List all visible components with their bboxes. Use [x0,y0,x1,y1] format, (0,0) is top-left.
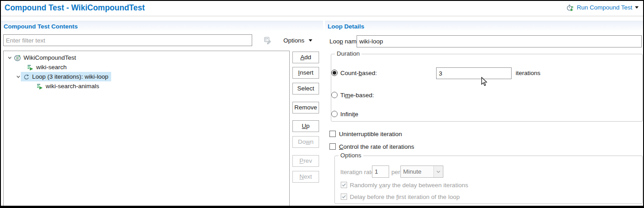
control-rate-checkbox[interactable] [329,143,336,150]
options-menu-label: Options [283,37,305,44]
randomly-vary-checkbox[interactable] [341,182,347,188]
compound-test-icon [14,54,21,61]
prev-button[interactable]: Prev [292,155,319,167]
chevron-down-icon[interactable] [15,74,21,79]
right-section-header: Loop Details [325,21,644,32]
infinite-radio[interactable] [331,111,338,117]
left-section-title: Compound Test Contents [1,21,323,30]
infinite-label[interactable]: Infinite [340,111,358,118]
test-icon [36,83,43,90]
delay-first-label: Delay before the first iteration of the … [350,194,460,200]
iteration-rate-input[interactable] [372,165,389,178]
options-menu-button[interactable]: Options [283,37,312,44]
remove-button[interactable]: Remove [292,102,319,113]
compound-test-tree[interactable]: WikiCompoundTest wiki-search [3,51,290,207]
delay-first-checkbox[interactable] [341,194,347,200]
filters-icon[interactable] [263,36,272,44]
page-title: Compound Test - WikiCompoundTest [5,3,145,13]
run-dropdown-arrow-icon[interactable] [635,6,639,9]
iterations-unit-label: iterations [516,70,541,76]
combo-chevron-icon [433,166,443,177]
compound-test-editor-window: Compound Test - WikiCompoundTest Run Com… [0,0,644,208]
run-compound-test-icon [566,4,574,11]
header-separator [1,16,643,16]
time-based-label[interactable]: Time-based: [340,92,374,99]
time-based-radio[interactable] [331,92,338,98]
uninterruptible-checkbox[interactable] [329,131,336,137]
chevron-down-icon[interactable] [7,55,12,60]
iterations-count-input[interactable] [436,67,512,79]
iteration-rate-label: Iteration rate: [340,169,376,175]
per-label: per [391,169,400,175]
tree-selection-highlight: Loop (3 iterations): wiki-loop [21,72,111,81]
duration-group: Duration [331,54,643,122]
tree-item-label: wiki-search-animals [46,83,99,90]
add-button[interactable]: Add [292,52,319,63]
loop-name-input[interactable] [357,35,642,47]
control-rate-label[interactable]: Control the rate of iterations [339,143,414,150]
options-dropdown-arrow-icon [309,39,312,42]
left-section-header: Compound Test Contents [1,21,323,32]
rate-unit-select[interactable]: Minute [400,165,443,178]
loop-icon [23,73,30,80]
run-compound-test-label: Run Compound Test [577,4,632,11]
insert-button[interactable]: Insert [292,67,319,79]
tree-item-label: Loop (3 iterations): wiki-loop [32,73,108,80]
duration-group-legend: Duration [335,50,362,57]
count-based-radio[interactable] [331,70,338,76]
tree-item-label: wiki-search [36,64,67,71]
tree-item-compound-test-root[interactable]: WikiCompoundTest [4,53,76,62]
rate-unit-value: Minute [401,166,433,177]
run-compound-test-button[interactable]: Run Compound Test [566,4,639,11]
tree-item-label: WikiCompoundTest [24,54,76,61]
filter-input[interactable] [3,34,252,46]
rate-options-legend: Options [338,152,363,159]
up-button[interactable]: Up [292,120,319,132]
tree-item-wiki-search[interactable]: wiki-search [4,62,67,72]
uninterruptible-label[interactable]: Uninterruptible iteration [339,131,402,137]
tree-item-wiki-search-animals[interactable]: wiki-search-animals [4,81,99,91]
down-button[interactable]: Down [292,136,319,148]
randomly-vary-label: Randomly vary the delay between iteratio… [350,182,468,189]
test-icon [27,64,34,71]
next-button[interactable]: Next [292,171,319,183]
count-based-label[interactable]: Count-based: [340,70,377,76]
right-section-title: Loop Details [325,21,644,30]
select-button[interactable]: Select [292,83,319,95]
tree-item-loop[interactable]: Loop (3 iterations): wiki-loop [4,72,111,81]
